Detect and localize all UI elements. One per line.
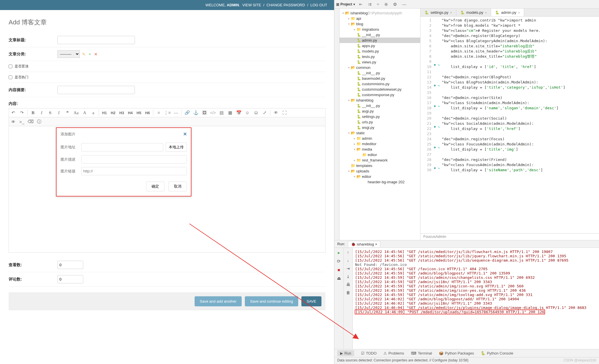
tree-node[interactable]: ▸migrations [340,27,420,32]
select-category[interactable]: --------- [57,50,80,58]
tree-node[interactable]: views.py [340,59,420,65]
tree-node[interactable]: ▸rest_framework [340,157,420,163]
tree-node[interactable]: ▾media [340,147,420,152]
tree-node[interactable]: ▸admin [340,136,420,141]
edit-icon[interactable]: ✎ [82,52,86,57]
tree-node[interactable]: wsgi.py [340,125,420,130]
stop-icon[interactable]: ■ [338,267,340,272]
scroll-down-icon[interactable]: ↓ [347,258,349,263]
bottom-tab[interactable]: ▶Run [337,350,354,356]
tree-node[interactable]: __init__.py [340,103,420,108]
tree-node[interactable]: custommixins.py [340,81,420,87]
tree-node[interactable]: settings.py [340,114,420,119]
softwrap-icon[interactable]: ⇥ [346,266,350,271]
link-icon[interactable]: 🔗 [183,108,191,117]
tree-node[interactable]: apps.py [340,43,420,48]
tree-node[interactable]: urls.py [340,119,420,125]
tree-node[interactable]: ▾uploads [340,168,420,174]
checkbox-istop[interactable] [9,65,12,68]
tree-node[interactable]: __init__.py [340,70,420,76]
tree-node[interactable]: admin.py [340,38,420,43]
view-site-link[interactable]: VIEW SITE [242,3,261,7]
list-ul-icon[interactable]: ≡ [154,108,163,117]
input-image-link[interactable] [81,167,187,175]
terminal-icon[interactable]: >_ [18,117,26,126]
save-continue-button[interactable]: Save and continue editing [245,296,298,306]
tree-node[interactable]: asgi.py [340,108,420,114]
tree-node[interactable]: custommodelviewset.py [340,87,420,92]
preview-icon[interactable]: 👁 [272,108,280,117]
tree-node[interactable]: ▾static [340,130,420,136]
expand-icon[interactable]: ⇉ [367,2,373,7]
close-icon[interactable]: ✕ [183,131,187,137]
save-button[interactable]: SAVE [301,296,321,306]
table-icon[interactable]: ▦ [226,108,234,117]
bottom-tab[interactable]: ⚠Problems [383,351,404,355]
undo-icon[interactable]: ↶ [9,108,18,117]
rerun-failed-icon[interactable]: ⟳ [337,259,341,264]
editor-tab[interactable]: models.py× [456,9,491,16]
tree-node[interactable]: ▾common [340,65,420,70]
font-down-icon[interactable]: a [89,108,98,117]
project-tree[interactable]: ▾ishareblog D:\Python\study\pyth▸api▾blo… [340,9,420,240]
anchor-icon[interactable]: ⚓ [191,108,200,117]
bold-icon[interactable]: B [29,108,37,117]
image-icon[interactable]: 🖼 [200,108,209,117]
input-summary[interactable] [57,86,135,94]
scroll-end-icon[interactable]: ⤓ [346,274,350,279]
redo-icon[interactable]: ↷ [18,108,26,117]
italic-icon[interactable]: I [37,108,46,117]
fullscreen-icon[interactable]: ⛶ [280,108,289,117]
settings-icon[interactable]: ✿ [392,2,398,7]
cancel-button[interactable]: 取消 [168,182,187,191]
input-views[interactable] [57,261,83,269]
editor-tab[interactable]: settings.py× [420,9,456,16]
run-config-tab[interactable]: 🐞 ishareblog × [348,241,380,247]
codeblock-icon[interactable]: ▤ [217,108,226,117]
bottom-tab[interactable]: ☑TODO [361,351,377,355]
rerun-icon[interactable]: ▸ [338,250,340,255]
breadcrumb[interactable]: FoucusAdmin [420,233,599,240]
project-selector[interactable]: ▦ Project ▾ [336,2,355,6]
tree-node[interactable]: templates [340,163,420,168]
input-comments[interactable] [57,275,83,283]
tree-node[interactable]: ▾editor [340,174,420,179]
hr-icon[interactable]: — [172,108,180,117]
bottom-tab[interactable]: 🐍Python Console [481,351,513,355]
ok-button[interactable]: 确定 [146,182,164,191]
h6-button[interactable]: H6 [143,108,152,117]
delete-icon[interactable]: ✕ [94,52,98,57]
tree-node[interactable]: ▸mdeditor [340,141,420,147]
quote-icon[interactable]: ❝ [63,108,72,117]
italic2-icon[interactable]: I [55,108,63,117]
divide-icon[interactable]: ÷ [376,2,380,7]
editor-tab[interactable]: admin.py× [491,9,524,16]
source-code[interactable]: "kw">from django.contrib "kw">import adm… [440,17,599,233]
h4-button[interactable]: H4 [126,108,135,117]
trash-icon[interactable]: 🗑 [346,290,350,295]
input-image-desc[interactable] [81,155,187,163]
tree-node[interactable]: editor [340,152,420,157]
change-password-link[interactable]: CHANGE PASSWORD [267,3,305,7]
tree-node[interactable]: customresponse.py [340,92,420,98]
bottom-tab[interactable]: 📦Python Packages [439,351,474,355]
h3-button[interactable]: H3 [117,108,126,117]
tree-node[interactable]: tests.py [340,54,420,59]
tree-node[interactable]: __init__.py [340,32,420,38]
code-icon[interactable]: </> [209,108,217,117]
emoji-icon[interactable]: ☺ [243,108,252,117]
console-output[interactable]: [15/Jul/2022 14:45:56] "GET /static/mded… [353,248,599,349]
collapse-icon[interactable]: ⇤ [358,2,364,7]
info-icon[interactable]: ⓘ [35,117,43,126]
tree-node[interactable]: models.py [340,48,420,54]
code-editor[interactable]: 1234567891011121314151617181920212223242… [420,17,599,233]
font-size-icon[interactable]: Aa [72,108,80,117]
clear-icon[interactable]: ⌫ [26,117,35,126]
tree-node[interactable]: ▾ishareblog [340,98,420,103]
bottom-tab[interactable]: ⌨Terminal [411,351,432,355]
input-title[interactable] [57,36,135,44]
tree-node[interactable]: ▾ishareblog D:\Python\study\pyth [340,10,420,16]
tree-node[interactable]: ▾blog [340,21,420,27]
input-image-url[interactable] [81,143,163,151]
tree-node[interactable]: hearder-bg-image 202 [340,179,420,185]
